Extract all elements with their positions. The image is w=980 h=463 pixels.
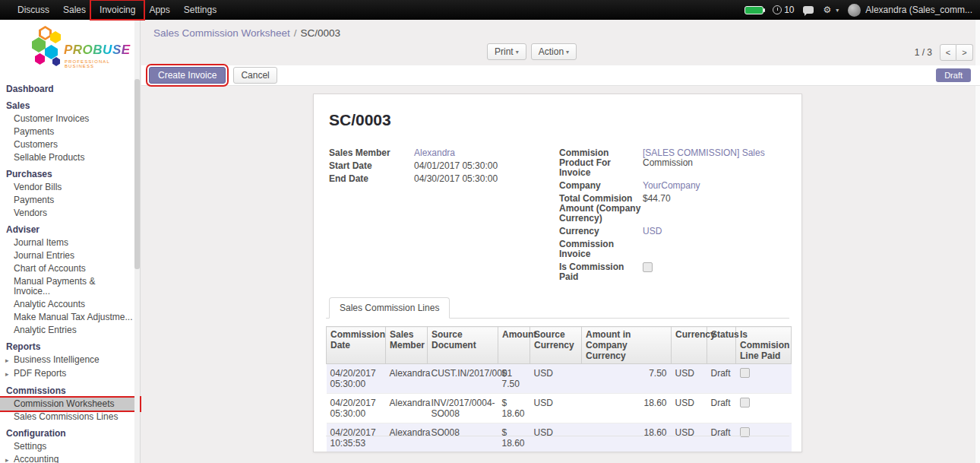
sidebar-item-business-intelligence[interactable]: ▸Business Intelligence [0, 354, 140, 367]
create-invoice-button[interactable]: Create Invoice [149, 67, 226, 84]
sidebar-section-adviser[interactable]: Adviser [0, 224, 140, 236]
sidebar-item-chart-of-accounts[interactable]: Chart of Accounts [0, 262, 140, 275]
tab-sales-commission-lines[interactable]: Sales Commission Lines [329, 297, 450, 319]
pager: 1 / 3 < > [915, 44, 973, 61]
table-row[interactable]: 04/20/2017 05:30:00 Alexandra CUST.IN/20… [327, 364, 792, 394]
pager-next-button[interactable]: > [956, 44, 973, 61]
currency-label: Currency [559, 226, 643, 236]
notebook-tabs: Sales Commission Lines [326, 297, 789, 319]
sidebar-item-journal-items[interactable]: Journal Items [0, 236, 140, 249]
cell-source-document: INV/2017/0004-SO008 [428, 394, 498, 423]
cell-source-currency: USD [530, 394, 582, 423]
sidebar-section-commissions[interactable]: Commissions [0, 385, 140, 398]
sidebar-item-payments-purchases[interactable]: Payments [0, 194, 140, 207]
main-content: Sales Commission Worksheet/SC/0003 Print… [141, 20, 980, 463]
sidebar-item-vendor-bills[interactable]: Vendor Bills [0, 181, 140, 194]
cell-amount-company: 18.60 [582, 423, 672, 453]
sidebar-item-settings[interactable]: Settings [0, 440, 140, 453]
print-button[interactable]: Print ▾ [487, 43, 526, 60]
column-header-source-document[interactable]: Source Document [428, 327, 498, 364]
cell-sales-member: Alexandra [386, 394, 428, 423]
battery-indicator-icon[interactable] [744, 6, 763, 14]
caret-down-icon: ▾ [566, 49, 569, 55]
sidebar-item-payments-sales[interactable]: Payments [0, 125, 140, 138]
logo-hexagon [32, 37, 46, 52]
sidebar-section-configuration[interactable]: Configuration [0, 427, 140, 440]
scrollbar-thumb[interactable] [134, 79, 140, 269]
menu-apps[interactable]: Apps [142, 2, 176, 17]
sidebar-item-analytic-entries[interactable]: Analytic Entries [0, 324, 140, 337]
end-date-value: 04/30/2017 05:30:00 [414, 173, 559, 184]
sales-member-label: Sales Member [329, 147, 414, 158]
activity-menu[interactable]: 10 [773, 5, 794, 15]
form-sheet: SC/0003 Sales Member Alexandra Start Dat… [313, 94, 802, 452]
table-row[interactable]: 04/20/2017 10:35:53 Alexandra SO008 $ 18… [327, 423, 792, 453]
sidebar-item-commission-worksheets[interactable]: Commission Worksheets [0, 398, 140, 411]
currency-link[interactable]: USD [643, 226, 789, 236]
pager-value: 1 / 3 [915, 47, 932, 58]
sidebar-item-sales-commissions-lines[interactable]: Sales Commissions Lines [0, 411, 140, 423]
menu-settings[interactable]: Settings [177, 2, 223, 17]
menu-discuss[interactable]: Discuss [11, 2, 56, 17]
sidebar-item-dashboard[interactable]: Dashboard [0, 83, 140, 96]
sidebar-scrollbar[interactable] [134, 20, 140, 463]
sidebar-section-purchases[interactable]: Purchases [0, 168, 140, 181]
start-date-label: Start Date [329, 160, 414, 171]
cell-amount: $ 18.60 [498, 394, 530, 423]
messages-icon[interactable] [803, 6, 814, 14]
cell-paid [736, 394, 792, 423]
sidebar: PROBUSE PROFESSIONAL BUSINESS Dashboard … [0, 20, 141, 463]
column-header-is-commission-line-paid[interactable]: Is Commision Line Paid [736, 327, 792, 364]
sidebar-item-journal-entries[interactable]: Journal Entries [0, 249, 140, 262]
action-label: Action [539, 46, 564, 57]
commission-product-link[interactable]: [SALES COMMISSION] Sales [643, 147, 765, 158]
action-button[interactable]: Action ▾ [531, 43, 577, 60]
logo-title: PROBUSE [64, 43, 131, 58]
user-menu[interactable]: Alexandra (Sales_comm... [848, 4, 972, 17]
sidebar-item-sellable-products[interactable]: Sellable Products [0, 151, 140, 164]
menu-sales[interactable]: Sales [56, 2, 93, 17]
total-commission-label: Total Commision Amount (Company Currency… [559, 193, 643, 224]
sidebar-item-customer-invoices[interactable]: Customer Invoices [0, 113, 140, 125]
cell-amount-company: 7.50 [582, 364, 672, 394]
column-header-currency[interactable]: Currency [672, 327, 707, 364]
column-header-sales-member[interactable]: Sales Member [386, 327, 428, 364]
sidebar-section-sales[interactable]: Sales [0, 100, 140, 113]
table-row[interactable]: 04/20/2017 05:30:00 Alexandra INV/2017/0… [327, 394, 792, 423]
sidebar-item-pdf-reports[interactable]: ▸PDF Reports [0, 367, 140, 381]
cell-source-currency: USD [530, 364, 582, 394]
logo-subtitle: PROFESSIONAL BUSINESS [65, 59, 140, 68]
menu-invoicing[interactable]: Invoicing [93, 2, 142, 17]
cell-commission-date: 04/20/2017 05:30:00 [327, 394, 386, 423]
print-label: Print [495, 46, 514, 57]
commission-invoice-value [643, 239, 789, 259]
column-header-commission-date[interactable]: Commission Date [327, 327, 386, 364]
expand-arrow-icon: ▸ [5, 356, 14, 366]
cell-currency: USD [672, 364, 707, 394]
avatar [848, 4, 861, 17]
line-paid-checkbox [740, 398, 750, 408]
column-header-source-currency[interactable]: Source Currency [530, 327, 582, 364]
page-scrollbar[interactable] [975, 20, 980, 463]
sidebar-item-manual-payments-invoice[interactable]: Manual Payments & Invoice... [0, 275, 140, 298]
sidebar-item-customers[interactable]: Customers [0, 138, 140, 151]
sidebar-item-analytic-accounts[interactable]: Analytic Accounts [0, 298, 140, 311]
sidebar-item-accounting[interactable]: ▸Accounting [0, 453, 140, 463]
column-header-amount[interactable]: Amount [498, 327, 530, 364]
column-header-amount-company-currency[interactable]: Amount in Company Currency [582, 327, 672, 364]
sidebar-item-make-manual-tax-adjustments[interactable]: Make Manual Tax Adjustme... [0, 311, 140, 324]
debug-menu[interactable]: ⚙ ▾ [823, 5, 839, 14]
breadcrumb-current: SC/0003 [301, 27, 341, 39]
sidebar-item-label: PDF Reports [14, 368, 66, 379]
column-header-status[interactable]: Status [707, 327, 736, 364]
breadcrumb-parent[interactable]: Sales Commission Worksheet [153, 27, 290, 39]
company-label: Company [559, 180, 643, 191]
sidebar-item-vendors[interactable]: Vendors [0, 207, 140, 220]
cancel-button[interactable]: Cancel [233, 67, 277, 84]
sales-member-link[interactable]: Alexandra [414, 147, 559, 158]
record-title: SC/0003 [329, 111, 789, 129]
sidebar-section-reports[interactable]: Reports [0, 341, 140, 354]
company-link[interactable]: YourCompany [643, 180, 789, 191]
pager-previous-button[interactable]: < [940, 44, 956, 61]
commission-lines-table: Commission Date Sales Member Source Docu… [326, 326, 792, 452]
